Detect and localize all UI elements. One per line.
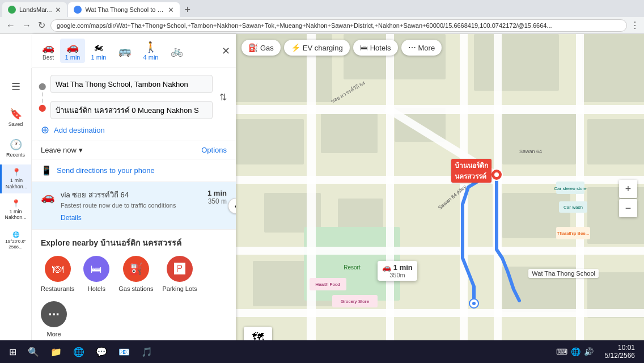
- route-card[interactable]: 🚗 via ซอย สวรรค์วิถี 64 Fastest route no…: [32, 182, 236, 230]
- nav-nearby-1[interactable]: 📍 1 minNakhon...: [0, 164, 31, 193]
- taskbar-email[interactable]: 📧: [114, 343, 134, 361]
- restaurants-icon: 🍽: [45, 256, 71, 282]
- transport-best-label: Best: [43, 54, 54, 61]
- start-button[interactable]: ⊞: [5, 343, 21, 361]
- more-pill[interactable]: ⋯ More: [401, 40, 442, 56]
- menu-icon: ☰: [11, 81, 20, 93]
- address-input[interactable]: [50, 19, 627, 32]
- gas-pill[interactable]: ⛽ Gas: [242, 40, 281, 56]
- collapse-panel-button[interactable]: ‹: [228, 198, 236, 214]
- route-details-link[interactable]: Details: [61, 214, 82, 222]
- back-button[interactable]: ←: [5, 20, 17, 31]
- clock[interactable]: 10:01 5/12/2566: [600, 343, 639, 361]
- phone-icon: 📱: [41, 165, 52, 176]
- map-background: Resort ซอย สวรรค์วิถี 64: [236, 34, 644, 363]
- leave-now-button[interactable]: Leave now ▾: [41, 146, 83, 154]
- transport-mode-motorcycle[interactable]: 🏍 1 min: [86, 39, 111, 63]
- send-directions-button[interactable]: 📱 Send directions to your phone: [41, 165, 227, 176]
- route-duration: 1 min: [207, 189, 227, 197]
- tab-2-close[interactable]: ✕: [168, 6, 174, 14]
- more-map-icon: ⋯: [408, 43, 416, 52]
- map-toolbar: ⛽ Gas ⚡ EV charging 🛏 Hotels ⋯ More: [242, 40, 442, 56]
- nav-coords[interactable]: 🌐 19°20'0.6"2566...: [0, 226, 31, 255]
- taskbar: ⊞ 🔍 📁 🌐 💬 📧 🎵 ⌨ 🌐 🔊 10:01 5/12/2566: [0, 340, 644, 363]
- taskbar-music[interactable]: 🎵: [137, 343, 157, 361]
- folder-icon: 📁: [50, 347, 62, 357]
- gas-stations-label: Gas stations: [118, 285, 153, 292]
- directions-panel: 🚗 Best 🚗 1 min 🏍 1 min 🚌 🚶 4 min 🚲 ✕: [32, 34, 236, 363]
- explore-gas-stations[interactable]: ⛽ Gas stations: [118, 256, 153, 292]
- destination-input-row: [50, 101, 213, 119]
- restaurants-label: Restaurants: [41, 285, 74, 292]
- transport-mode-car[interactable]: 🚗 1 min: [60, 39, 85, 63]
- tab-2[interactable]: Wat Tha Thong School to บ้าน... ✕: [68, 2, 180, 17]
- bookmark-icon: 🔖: [10, 108, 22, 120]
- svg-rect-4: [582, 34, 644, 102]
- coords-icon: 🌐: [12, 231, 19, 238]
- add-destination-button[interactable]: ⊕ Add destination: [39, 121, 229, 136]
- svg-rect-25: [386, 34, 394, 363]
- badge-distance-text: 350m: [382, 272, 413, 278]
- browser-menu-button[interactable]: ⋮: [630, 20, 639, 31]
- nearby-label-2: 1 minNakhon...: [5, 209, 27, 221]
- tab-2-title: Wat Tha Thong School to บ้าน...: [85, 5, 164, 15]
- taskbar-files[interactable]: 📁: [46, 343, 66, 361]
- recents-icon: 🕐: [10, 138, 22, 151]
- svg-point-33: [494, 172, 499, 177]
- map-controls: + −: [619, 180, 637, 217]
- explore-restaurants[interactable]: 🍽 Restaurants: [41, 256, 74, 292]
- explore-parking[interactable]: 🅿 Parking Lots: [162, 256, 197, 292]
- network-icon: 🌐: [571, 347, 581, 356]
- svg-rect-3: [474, 34, 559, 91]
- more-map-label: More: [418, 44, 435, 52]
- zoom-in-button[interactable]: +: [619, 180, 637, 198]
- hotels-icon: 🛏: [83, 256, 109, 282]
- nav-nearby-2[interactable]: 📍 1 minNakhon...: [0, 196, 31, 225]
- explore-hotels[interactable]: 🛏 Hotels: [83, 256, 109, 292]
- taskbar-browser[interactable]: 🌐: [69, 343, 89, 361]
- new-tab-button[interactable]: +: [181, 4, 194, 16]
- taskbar-search[interactable]: 🔍: [23, 343, 44, 361]
- refresh-button[interactable]: ↻: [36, 20, 47, 31]
- tab-1[interactable]: LandsMar... ✕: [2, 2, 67, 17]
- route-options-bar: Leave now ▾ Options: [32, 141, 236, 159]
- taskbar-chat[interactable]: 💬: [91, 343, 112, 361]
- system-tray: ⌨ 🌐 🔊: [552, 347, 598, 356]
- hotels-pill[interactable]: 🛏 Hotels: [353, 40, 398, 56]
- add-destination-label: Add destination: [54, 126, 105, 134]
- hotels-map-icon: 🛏: [360, 43, 368, 52]
- svg-text:Car stereo store: Car stereo store: [554, 186, 587, 191]
- destination-input[interactable]: [50, 101, 213, 119]
- badge-duration-text: 🚗 1 min: [382, 263, 413, 272]
- transport-modes-bar: 🚗 Best 🚗 1 min 🏍 1 min 🚌 🚶 4 min 🚲 ✕: [32, 34, 236, 68]
- options-button[interactable]: Options: [201, 146, 227, 154]
- nav-saved[interactable]: 🔖 Saved: [0, 103, 31, 132]
- transport-mode-transit[interactable]: 🚌: [112, 43, 137, 60]
- nav-menu[interactable]: ☰: [0, 73, 31, 101]
- explore-more[interactable]: ··· More: [41, 301, 67, 337]
- address-bar: ← → ↻ ⋮: [0, 17, 644, 33]
- transport-mode-best[interactable]: 🚗 Best: [37, 39, 59, 63]
- hotels-map-label: Hotels: [370, 44, 391, 52]
- svg-text:Sawan 64: Sawan 64: [519, 149, 542, 154]
- forward-button[interactable]: →: [20, 20, 33, 31]
- svg-text:Resort: Resort: [344, 264, 361, 271]
- route-description: Fastest route now due to traffic conditi…: [61, 202, 207, 209]
- time-display: 10:01: [605, 344, 635, 352]
- clock-display: 10:01 5/12/2566: [605, 344, 635, 360]
- nav-recents[interactable]: 🕐 Recents: [0, 134, 31, 162]
- origin-input[interactable]: [50, 75, 213, 93]
- ev-charging-pill[interactable]: ⚡ EV charging: [284, 40, 350, 56]
- transport-mode-cycle[interactable]: 🚲: [164, 43, 189, 60]
- swap-directions-button[interactable]: ⇅: [217, 90, 229, 105]
- zoom-out-button[interactable]: −: [619, 199, 637, 217]
- tab-1-close[interactable]: ✕: [55, 6, 61, 14]
- date-display: 5/12/2566: [605, 352, 635, 360]
- parking-icon: 🅿: [167, 256, 193, 282]
- car-route-icon: 🚗: [41, 189, 55, 204]
- keyboard-icon: ⌨: [556, 347, 567, 356]
- transport-mode-walk[interactable]: 🚶 4 min: [138, 39, 163, 63]
- browser-icon: 🌐: [73, 347, 84, 357]
- svg-rect-5: [236, 119, 304, 164]
- close-directions-button[interactable]: ✕: [222, 45, 230, 57]
